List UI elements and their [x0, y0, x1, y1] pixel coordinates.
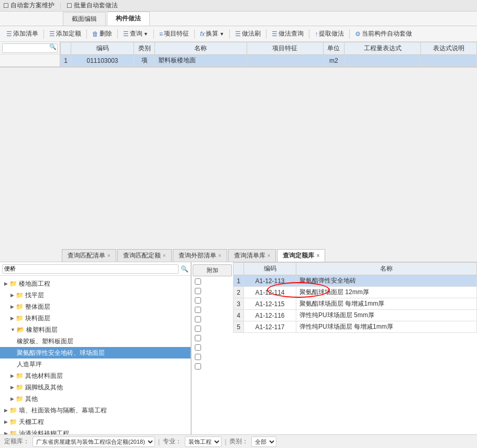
floor-work-folder-icon: 📁 — [9, 279, 17, 288]
method-button[interactable]: ☰ 做法刷 — [232, 28, 264, 40]
batch-auto-item[interactable]: ☐ 批量自动套做法 — [66, 1, 118, 10]
row-code: 011103003 — [71, 55, 134, 66]
r-row-4-num: 4 — [234, 310, 244, 321]
row-num: 1 — [61, 55, 71, 66]
col-header-expr: 表达式说明 — [421, 42, 477, 55]
type-select[interactable]: 全部 — [251, 436, 276, 447]
tab-match-quota[interactable]: 查询匹配定额 × — [117, 249, 172, 262]
result-row-3[interactable]: 3 A1-12-115 聚氨酯球场面层 每增减1mm厚 — [234, 298, 477, 310]
tree-item-rubber-layer[interactable]: ▼ 📂 橡塑料面层 — [0, 324, 191, 335]
top-bar: ☐ 自动套方案维护 | ☐ 批量自动套做法 — [0, 0, 477, 12]
tree-search-icon[interactable]: 🔍 — [181, 265, 188, 273]
r-row-2-code: A1-12-114 — [244, 287, 296, 298]
add-list-label: 添加清单 — [13, 29, 38, 38]
tab-query-list[interactable]: 查询清单库 × — [228, 249, 276, 262]
col-header-formula: 工程量表达式 — [344, 42, 420, 55]
tree-item-pu-safety[interactable]: 聚氨酯弹性安全地砖、球场面层 — [0, 347, 191, 359]
tree-item-whole-layer[interactable]: ▶ 📁 整体面层 — [0, 301, 191, 312]
tree-item-floor-work[interactable]: ▶ 📁 楼地面工程 — [0, 278, 191, 289]
upper-hscroll[interactable] — [0, 67, 477, 73]
delete-button[interactable]: 🗑 删除 — [89, 28, 115, 40]
results-table-container: 编码 名称 1 A1-12-113 聚氨酯弹性安全地砖 — [233, 262, 477, 333]
tab-match-quota-close[interactable]: × — [163, 253, 166, 259]
method-query-button[interactable]: ☰ 做法查询 — [269, 28, 307, 40]
tab-query-external-close[interactable]: × — [218, 253, 221, 259]
upper-search-icon[interactable]: 🔍 — [49, 43, 57, 50]
r-row-1-name: 聚氨酯弹性安全地砖 — [296, 275, 477, 287]
results-table: 编码 名称 1 A1-12-113 聚氨酯弹性安全地砖 — [233, 262, 477, 333]
profession-select[interactable]: 装饰工程 — [185, 436, 221, 447]
result-row-2[interactable]: 2 A1-12-114 聚氨酯球场面层 12mm厚 — [234, 287, 477, 298]
auto-set-button[interactable]: ⚙ 当前构件自动套做 — [352, 28, 415, 40]
row-feature — [247, 55, 323, 66]
table-row[interactable]: 1 011103003 项 塑料板楼地面 m2 — [61, 55, 477, 66]
tree-item-find-flat[interactable]: ▶ 📁 找平层 — [0, 289, 191, 301]
upper-area: 🔍 编码 类别 名称 项目特征 单位 工程量表达式 — [0, 42, 477, 67]
attach-checkbox-2[interactable] — [195, 288, 201, 294]
attach-checkbox-5[interactable] — [195, 316, 201, 322]
attach-checkbox-4[interactable] — [195, 307, 201, 313]
batch-auto-label: 批量自动套做法 — [74, 1, 118, 10]
tree-item-block-layer[interactable]: ▶ 📁 块料面层 — [0, 312, 191, 324]
tree-item-rubber-board[interactable]: 橡胶板、塑料板面层 — [0, 335, 191, 347]
tab-query-external[interactable]: 查询外部清单 × — [173, 249, 227, 262]
add-quota-button[interactable]: ☰ 添加定额 — [46, 28, 84, 40]
attach-add-button[interactable]: 附加 — [193, 264, 232, 276]
attach-checkbox-1[interactable] — [195, 278, 201, 285]
add-list-button[interactable]: ☰ 添加清单 — [3, 28, 41, 40]
col-header-num — [61, 42, 71, 55]
query-icon: ☰ — [123, 30, 129, 38]
toolbar: ☰ 添加清单 ☰ 添加定额 🗑 删除 ☰ 查询 ▼ ≡ 项目特征 fx 换算 ▼… — [0, 26, 477, 42]
r-row-3-name: 聚氨酯球场面层 每增减1mm厚 — [296, 298, 477, 310]
r-row-3-code: A1-12-115 — [244, 298, 296, 310]
r-row-3-num: 3 — [234, 298, 244, 310]
tab-component-method[interactable]: 构件做法 — [107, 12, 150, 26]
attach-checkbox-7[interactable] — [195, 335, 201, 341]
upper-table-container: 编码 类别 名称 项目特征 单位 工程量表达式 表达式说明 1 01110300 — [60, 42, 477, 66]
tree-search-input[interactable] — [2, 264, 179, 274]
attach-checkbox-10[interactable] — [195, 363, 201, 369]
r-row-5-num: 5 — [234, 321, 244, 333]
query-button[interactable]: ☰ 查询 ▼ — [120, 28, 151, 40]
r-col-header-name: 名称 — [296, 263, 477, 275]
extract-method-button[interactable]: ↑ 提取做法 — [312, 28, 347, 40]
tab-query-list-close[interactable]: × — [268, 253, 271, 259]
tree-item-artificial-grass[interactable]: 人造草坪 — [0, 359, 191, 370]
tree-item-other[interactable]: ▶ 📁 其他 — [0, 393, 191, 405]
attach-checkbox-3[interactable] — [195, 297, 201, 304]
other-layer-folder-icon: 📁 — [16, 371, 24, 380]
quota-select[interactable]: 广东省房屋建筑与装饰工程综合定额(2018) — [32, 436, 155, 447]
calculate-button[interactable]: fx 换算 ▼ — [197, 28, 227, 40]
result-row-5[interactable]: 5 A1-12-117 弹性纯PU球场面层 每增减1mm厚 — [234, 321, 477, 333]
row-unit: m2 — [323, 55, 344, 66]
whole-layer-label: 整体面层 — [25, 302, 50, 311]
tree-item-ceiling-work[interactable]: ▶ 📁 天棚工程 — [0, 416, 191, 428]
attach-checkbox-8[interactable] — [195, 344, 201, 351]
add-quota-icon: ☰ — [49, 30, 55, 38]
paint-work-label: 油漆涂料裱糊工程 — [19, 429, 69, 434]
tab-match-list-close[interactable]: × — [107, 253, 110, 259]
item-feature-button[interactable]: ≡ 项目特征 — [156, 28, 192, 40]
sep9 — [349, 29, 350, 39]
tab-bar: 截面编辑 构件做法 — [0, 12, 477, 26]
tab-match-list[interactable]: 查询匹配清单 × — [62, 249, 116, 262]
tab-query-quota-lib-close[interactable]: × — [316, 253, 319, 259]
tree-item-other-layer[interactable]: ▶ 📁 其他材料面层 — [0, 370, 191, 382]
ceiling-work-arrow: ▶ — [4, 417, 8, 427]
result-row-1[interactable]: 1 A1-12-113 聚氨酯弹性安全地砖 — [234, 275, 477, 287]
tab-section-edit[interactable]: 截面编辑 — [63, 12, 106, 26]
result-row-4[interactable]: 4 A1-12-116 弹性纯PU球场面层 5mm厚 — [234, 310, 477, 321]
tab-query-quota-lib[interactable]: 查询定额库 × — [277, 249, 325, 262]
tree-item-paint-work[interactable]: ▶ 📁 油漆涂料裱糊工程 — [0, 428, 191, 434]
auto-plan-item[interactable]: ☐ 自动套方案维护 — [3, 1, 54, 10]
floor-work-arrow: ▶ — [4, 279, 8, 288]
tree-item-wall-work[interactable]: ▶ 📁 墙、柱面装饰与隔断、幕墙工程 — [0, 405, 191, 416]
attach-checkbox-9[interactable] — [195, 354, 201, 360]
attach-checkbox-6[interactable] — [195, 326, 201, 332]
profession-label: 专业： — [163, 437, 182, 446]
query-label: 查询 — [130, 29, 142, 38]
tree-item-skirting[interactable]: ▶ 📁 踢脚线及其他 — [0, 382, 191, 393]
sep8 — [309, 29, 309, 39]
delete-icon: 🗑 — [92, 30, 98, 38]
rubber-layer-arrow: ▼ — [10, 325, 15, 334]
